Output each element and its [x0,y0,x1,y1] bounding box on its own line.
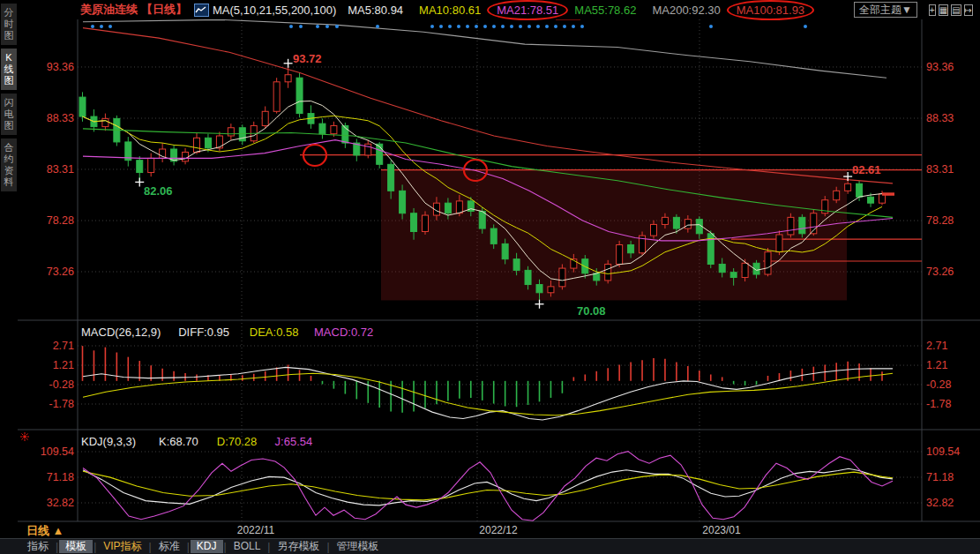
top-bar: 美原油连续 【日线】 MA(5,10,21,55,200,100) MA5:80… [18,0,980,19]
macd-header: DEA:0.58 [250,326,299,339]
sidebar-tab-2[interactable]: K线图 [1,49,17,90]
theme-dropdown-button[interactable]: 全部主题▼ [854,2,917,18]
bottom-tab-5[interactable]: KDJ [191,540,223,553]
blue-dot-marker [563,25,566,28]
blue-dot-marker [439,25,443,28]
y-axis-label: 109.54 [41,445,74,458]
ma-legend-item-3: MA55:78.62 [572,4,639,17]
bottom-tab-3[interactable]: VIP指标 [97,540,147,553]
candle-body [651,224,657,236]
candle-body [765,252,771,274]
price-annotation: 93.72 [293,52,322,65]
candle-body [742,263,748,277]
y-axis-label: -0.28 [49,378,75,391]
y-axis-label: 71.18 [47,471,74,483]
blue-dot-marker [804,25,807,28]
candle-body [857,183,863,197]
sidebar-tab-3[interactable]: 闪电图 [1,94,17,135]
dea-line [83,373,893,415]
ma-line-ma100 [83,28,893,183]
period-tag: 【日线】 [141,2,187,18]
candlestick-chart-icon[interactable] [194,4,209,17]
axis-icon[interactable]: ▤ [951,4,961,16]
blue-dot-marker [501,25,505,28]
bottom-tab-2[interactable]: 模板 [59,540,93,553]
bottom-tab-7[interactable]: 另存模板 [271,540,325,553]
bottom-tab-8[interactable]: 管理模板 [331,540,385,553]
y-axis-label: 71.18 [926,471,954,483]
tab-separator: | [326,541,329,553]
bottom-tab-6[interactable]: BOLL [228,540,267,553]
candle-body [617,245,623,265]
blue-dot-marker [466,25,469,28]
tab-separator: | [94,541,96,553]
y-axis-label: 83.31 [926,163,954,176]
candle-body [685,220,691,228]
y-axis-label: 88.33 [926,112,954,124]
move-icon[interactable]: + [929,4,936,16]
bottom-tab-1[interactable]: 指标 [21,540,55,553]
sun-icon [21,438,23,440]
price-annotation: 82.61 [852,163,881,176]
y-axis-label: 1.21 [926,359,947,371]
candle-body [319,124,325,134]
bottom-tab-4[interactable]: 标准 [153,540,186,553]
blue-dot-marker [457,25,460,28]
candle-body [456,201,462,213]
candle-body [730,273,737,278]
blue-dot-marker [492,25,496,28]
candle-body [79,97,86,116]
y-axis-label: 78.28 [926,214,954,227]
candle-body [205,138,211,148]
popout-icon[interactable]: ↦ [964,4,973,16]
sun-icon [21,433,23,435]
candle-body [788,217,794,235]
price-annotation: 70.08 [577,304,606,318]
candle-body [388,164,394,191]
x-axis-label: 2022/11 [237,524,275,536]
sidebar-tab-1[interactable]: 分时图 [1,4,17,45]
blue-dot-marker [376,25,379,28]
blue-dot-marker [527,25,531,28]
candle-body [719,264,725,272]
diff-line [83,367,893,420]
candle-body [183,152,189,161]
blue-dot-marker [545,25,549,28]
x-axis-label: 2022/12 [479,524,517,536]
candle-body [262,111,268,125]
candle-body [490,228,497,243]
blue-dot-marker [325,25,329,28]
candle-body [194,138,200,152]
candle-body [868,197,874,203]
y-axis-label: -1.78 [49,398,75,410]
candle-body [285,75,291,82]
candle-body [628,245,634,253]
candlestick-chart[interactable]: MACD(26,12,9)DIFF:0.95DEA:0.58MACD:0.72K… [0,0,980,554]
candle-body [605,264,611,280]
ma-legend-item-5: MA100:81.93 [734,4,807,17]
y-axis-label: -0.28 [926,378,952,391]
candle-body [662,217,668,224]
sidebar-tab-4[interactable]: 合约资料 [1,138,17,191]
bottom-tab-bar: 指标|模板|VIP指标|标准|KDJ|BOLL|另存模板|管理模板 [0,538,980,554]
ma-legend-item-1: MA10:80.61 [416,4,483,17]
blue-dot-marker [108,25,112,28]
blue-dot-marker [335,25,339,28]
kdj-header: KDJ(9,3,3) [81,435,136,448]
window-icons: +▦▤↦ [926,3,973,17]
red-circle-annotation [727,0,814,20]
blue-dot-marker [91,25,94,28]
candle-body [776,235,782,252]
instrument-title: 美原油连续 [80,2,138,18]
y-axis-label: 32.82 [926,497,954,509]
price-annotation: 82.06 [144,184,173,198]
k-line [83,468,893,505]
candle-body [799,217,805,233]
grid-icon[interactable]: ▦ [939,4,948,16]
period-selector[interactable]: 日线 ▲ [26,523,64,539]
blue-dot-marker [709,25,713,28]
blue-dot-marker [580,25,584,28]
blue-dot-marker [299,25,303,28]
candle-body [845,183,851,191]
y-axis-label: 1.21 [53,359,74,371]
